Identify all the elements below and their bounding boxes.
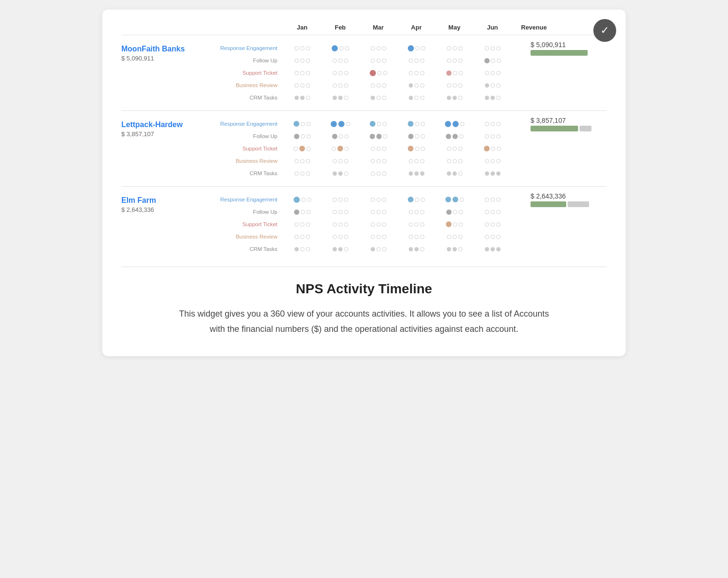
revenue-col-moonfaith: $ 5,090,911 [521, 41, 607, 56]
label-crm-elmfarm: CRM Tasks [216, 246, 283, 252]
activity-grid-moonfaith: Response Engagement [216, 43, 607, 103]
row-followup-lettpack: Follow Up [216, 131, 607, 141]
revenue-header: Revenue [512, 24, 597, 31]
label-support-lettpack: Support Ticket [216, 146, 283, 151]
row-bizreview-elmfarm: Business Review [216, 231, 607, 242]
header-feb: Feb [321, 24, 359, 31]
header-apr: Apr [397, 24, 435, 31]
account-revenue-moonfaith: $ 5,090,911 [121, 55, 216, 62]
row-crm-elmfarm: CRM Tasks [216, 244, 607, 254]
header-row: Jan Feb Mar Apr May Jun Revenue [121, 24, 607, 31]
account-section-moonfaith: MoonFaith Banks $ 5,090,911 Response Eng… [121, 35, 607, 110]
row-response-lettpack: Response Engagement $ 3,857,107 [216, 119, 607, 129]
description-text: This widget gives you a 360 view of your… [174, 306, 554, 337]
dots-bizreview-elmfarm [283, 235, 607, 239]
account-info-lettpack: Lettpack-Hardew $ 3,857,107 [121, 119, 216, 138]
header-may: May [435, 24, 473, 31]
header-jun: Jun [473, 24, 512, 31]
label-support-moonfaith: Support Ticket [216, 70, 283, 76]
label-response-lettpack: Response Engagement [216, 121, 283, 127]
row-crm-lettpack: CRM Tasks [216, 168, 607, 179]
revenue-amount-elmfarm: $ 2,643,336 [531, 192, 566, 200]
dots-followup-lettpack [283, 134, 607, 139]
row-followup-moonfaith: Follow Up [216, 55, 607, 66]
label-response-elmfarm: Response Engagement [216, 197, 283, 202]
row-bizreview-moonfaith: Business Review [216, 80, 607, 90]
label-followup-moonfaith: Follow Up [216, 58, 283, 63]
account-revenue-elmfarm: $ 2,643,336 [121, 206, 216, 213]
dots-support-moonfaith [283, 70, 607, 76]
activity-grid-lettpack: Response Engagement $ 3,857,107 [216, 119, 607, 179]
dots-followup-elmfarm [283, 209, 607, 215]
dots-bizreview-lettpack [283, 159, 607, 163]
dots-response-moonfaith [283, 45, 521, 51]
dots-response-lettpack [283, 121, 521, 127]
account-section-elmfarm: Elm Farm $ 2,643,336 Response Engagement [121, 186, 607, 262]
revenue-bar-elmfarm [531, 201, 589, 207]
activity-grid-elmfarm: Response Engagement $ 2,643,336 [216, 194, 607, 254]
dots-bizreview-moonfaith [283, 83, 607, 88]
revenue-bar-lettpack [531, 126, 591, 131]
dots-support-lettpack [283, 146, 607, 151]
account-info-elmfarm: Elm Farm $ 2,643,336 [121, 194, 216, 213]
revenue-col-lettpack: $ 3,857,107 [521, 117, 607, 131]
label-followup-elmfarm: Follow Up [216, 209, 283, 215]
revenue-bar-moonfaith [531, 50, 588, 56]
main-card: ✓ Jan Feb Mar Apr May Jun Revenue MoonFa… [102, 10, 626, 356]
dots-support-elmfarm [283, 221, 607, 227]
label-followup-lettpack: Follow Up [216, 133, 283, 139]
label-support-elmfarm: Support Ticket [216, 221, 283, 227]
row-followup-elmfarm: Follow Up [216, 207, 607, 217]
dots-crm-elmfarm [283, 247, 607, 251]
dots-crm-moonfaith [283, 96, 607, 100]
dots-crm-lettpack [283, 171, 607, 176]
account-info-moonfaith: MoonFaith Banks $ 5,090,911 [121, 43, 216, 62]
dots-response-elmfarm [283, 197, 521, 203]
label-crm-lettpack: CRM Tasks [216, 170, 283, 176]
label-bizreview-lettpack: Business Review [216, 158, 283, 164]
header-mar: Mar [359, 24, 397, 31]
account-name-moonfaith[interactable]: MoonFaith Banks [121, 45, 216, 53]
row-crm-moonfaith: CRM Tasks [216, 92, 607, 103]
row-support-elmfarm: Support Ticket [216, 219, 607, 229]
revenue-amount-moonfaith: $ 5,090,911 [531, 41, 566, 49]
revenue-col-elmfarm: $ 2,643,336 [521, 192, 607, 207]
account-section-lettpack: Lettpack-Hardew $ 3,857,107 Response Eng… [121, 110, 607, 186]
label-bizreview-moonfaith: Business Review [216, 82, 283, 88]
row-response-elmfarm: Response Engagement $ 2,643,336 [216, 194, 607, 205]
description-section: NPS Activity Timeline This widget gives … [121, 267, 607, 337]
account-name-elmfarm[interactable]: Elm Farm [121, 196, 216, 205]
account-revenue-lettpack: $ 3,857,107 [121, 130, 216, 138]
row-support-moonfaith: Support Ticket [216, 68, 607, 78]
label-response-moonfaith: Response Engagement [216, 45, 283, 51]
row-bizreview-lettpack: Business Review [216, 156, 607, 166]
check-icon: ✓ [593, 19, 616, 42]
row-support-lettpack: Support Ticket [216, 143, 607, 154]
revenue-amount-lettpack: $ 3,857,107 [531, 117, 566, 124]
account-name-lettpack[interactable]: Lettpack-Hardew [121, 120, 216, 129]
dots-followup-moonfaith [283, 58, 607, 63]
label-bizreview-elmfarm: Business Review [216, 234, 283, 239]
description-title: NPS Activity Timeline [121, 281, 607, 297]
header-jan: Jan [283, 24, 321, 31]
row-response-moonfaith: Response Engagement [216, 43, 607, 53]
label-crm-moonfaith: CRM Tasks [216, 95, 283, 100]
